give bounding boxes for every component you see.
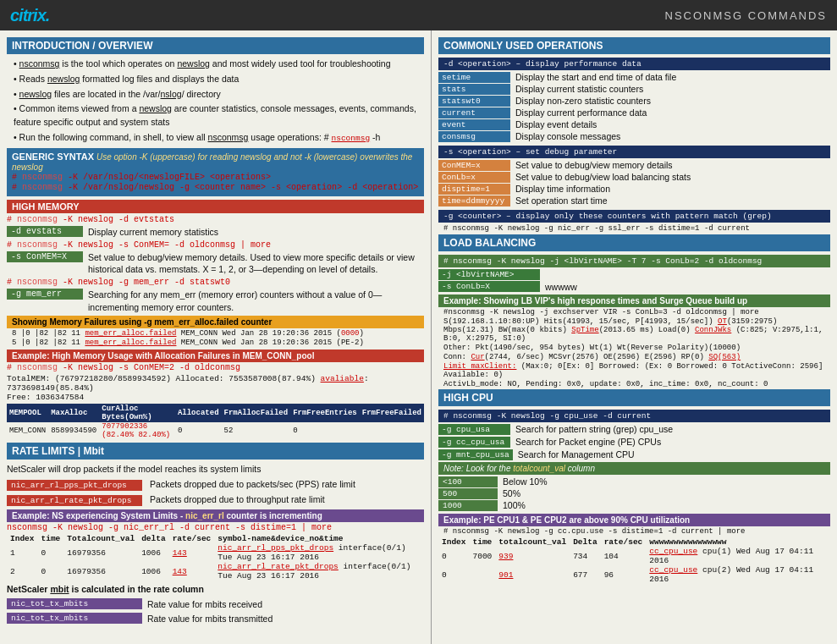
intro-bullet-3: • newslog files are located in the /var/… bbox=[14, 88, 424, 102]
cpu-th-total: totalcount_val bbox=[495, 537, 570, 547]
lb-op-s-desc: wwwww bbox=[545, 282, 830, 292]
lb-op-s: -s ConLb=X wwwww bbox=[438, 281, 830, 292]
mempool-col-frmfreefailed: FrmFreeFailed bbox=[360, 404, 424, 422]
rate-row1-total: 16979356 bbox=[63, 543, 138, 562]
rate-row1-index: 1 bbox=[7, 543, 38, 562]
cpu-row1-symbol: cc_cpu_use cpu(1) Wed Aug 17 04:11 2016 bbox=[646, 547, 830, 565]
op-disptime: disptime=1 Display time information bbox=[438, 184, 830, 195]
op-statswt0-label: statswt0 bbox=[438, 96, 510, 107]
citrix-logo: citrix. bbox=[10, 6, 49, 25]
op-event-desc: Display event details bbox=[515, 119, 830, 129]
hm-example2-cmd: # nsconmsg -K newslog -s ConMEM=2 -d old… bbox=[7, 363, 424, 372]
high-cpu-section: HIGH CPU # nsconmsg -K newslog -g cpu_us… bbox=[438, 389, 830, 584]
header: citrix. NSCONMSG COMMANDS bbox=[0, 0, 837, 30]
rate-row1-rate: 143 bbox=[169, 543, 215, 562]
cpu-op-2-desc: Search for Packet engine (PE) CPUs bbox=[515, 437, 830, 447]
rate-th-time: time bbox=[38, 534, 64, 543]
mempool-col-maxalloc: MaxAlloc bbox=[48, 404, 99, 422]
hm-op1-row: -d evstats Display current memory statis… bbox=[7, 226, 424, 239]
op-consmsg-desc: Display console messages bbox=[515, 131, 830, 141]
load-balancing-section: LOAD BALANCING # nsconmsg -K newslog -j … bbox=[438, 234, 830, 388]
hm-example2-header: Example: High Memory Usage with Allocati… bbox=[7, 350, 424, 362]
rate-row2-time: 0 bbox=[38, 562, 64, 581]
op-current-label: current bbox=[438, 107, 510, 118]
rate-limits-section: RATE LIMITS | Mbit NetScaler will drop p… bbox=[7, 443, 424, 625]
cpu-op-1-desc: Search for pattern string (grep) cpu_use bbox=[515, 424, 830, 434]
lb-op-s-label: -s ConLb=X bbox=[438, 281, 540, 292]
mempool-col-curalloc: CurAlloc Bytes(Own%) bbox=[99, 404, 175, 422]
mempool-conn-frmfreefailed bbox=[360, 422, 424, 439]
mempool-conn-name: MEM_CONN bbox=[7, 422, 48, 439]
hm-op1-label: -d evstats bbox=[7, 226, 83, 237]
cpu-table-header-row: Index time totalcount_val Delta rate/sec… bbox=[438, 537, 830, 547]
op-consmsg-label: consmsg bbox=[438, 131, 510, 142]
mempool-conn-curalloc: 7077902336 (82.40% 82.40%) bbox=[99, 422, 175, 439]
rate-row2-delta: 1006 bbox=[138, 562, 169, 581]
mempool-conn-allocated: 0 bbox=[175, 422, 222, 439]
cpu-thresh-1-label: <100 bbox=[438, 476, 498, 487]
rate-label-2: nic_arr_rl_rate_pkt_drops bbox=[7, 495, 142, 506]
intro-heading: INTRODUCTION / OVERVIEW bbox=[7, 37, 424, 54]
cpu-th-symbol: wwwwwwwwwwwwwwww bbox=[646, 537, 830, 547]
op-time-desc: Set operation start time bbox=[515, 195, 830, 206]
op-setime-label: setime bbox=[438, 72, 510, 83]
syntax-line-1: # nsconmsg -K /var/nslog/<newslogFILE> <… bbox=[12, 173, 419, 182]
lb-op-j: -j <lbVirtNAME> bbox=[438, 269, 830, 280]
cpu-th-rate: rate/sec bbox=[601, 537, 647, 547]
cpu-example-header: Example: PE CPU1 & PE CPU2 are above 90%… bbox=[438, 514, 830, 526]
rate-mbit-label-1: nic_tot_tx_mbits bbox=[7, 598, 142, 609]
cpu-row1-delta: 734 bbox=[570, 547, 601, 565]
lb-example-line5: ActivLb_mode: NO, Pending: 0x0, update: … bbox=[443, 380, 830, 388]
cpu-heading: HIGH CPU bbox=[438, 389, 830, 406]
rate-note: NetScaler mbit is calculated in the rate… bbox=[7, 583, 424, 597]
rate-row2-total: 16979356 bbox=[63, 562, 138, 581]
cpu-thresh-3-desc: 100% bbox=[503, 500, 830, 510]
cpu-op-3-desc: Search for Management CPU bbox=[518, 449, 830, 460]
op-time-label: time=ddmmyyyy bbox=[438, 195, 510, 206]
rate-mbit-desc-1: Rate value for mbits received bbox=[147, 598, 424, 611]
rate-table-header-row: Index time Totalcount_val delta rate/sec… bbox=[7, 534, 424, 543]
rate-example-header: Example: NS experiencing System Limits -… bbox=[7, 509, 424, 522]
grep-example: # nsconmsg -K newslog -g nic_err -g ssl_… bbox=[443, 224, 830, 233]
left-panel: INTRODUCTION / OVERVIEW • nsconmsg is th… bbox=[0, 30, 432, 644]
mempool-col-frmalloc: FrmAllocFailed bbox=[222, 404, 291, 422]
rate-th-delta: delta bbox=[138, 534, 169, 543]
op-setime: setime Display the start and end time of… bbox=[438, 72, 830, 83]
rate-desc-1: Packets dropped due to packets/sec (PPS)… bbox=[150, 479, 355, 489]
hm-op2-label: -s ConMEM=X bbox=[7, 251, 83, 262]
hm-cmd1: # nsconmsg -K newslog -d evtstats bbox=[7, 215, 424, 224]
hm-example1-line2: 5 |0 |82 |82 11 mem_err_alloc.failed MEM… bbox=[12, 339, 424, 347]
op-statswt0-desc: Display non-zero statistic counters bbox=[515, 96, 830, 106]
mempool-conn-maxalloc: 8589934590 bbox=[48, 422, 99, 439]
cpu-thresh-1-desc: Below 10% bbox=[503, 476, 830, 487]
cpu-thresh-2: 500 50% bbox=[438, 488, 830, 499]
lb-example-cmd: #nsconmsg -K newslog -j exchserver VIR -… bbox=[443, 308, 830, 316]
generic-syntax-title: GENERIC SYNTAX bbox=[12, 151, 94, 162]
lb-example-line4: Limit maxClient: (Max:0; 0[Ex: 0] Borrow… bbox=[443, 362, 830, 379]
rate-row-1: nic_arr_rl_pps_pkt_drops Packets dropped… bbox=[7, 478, 424, 492]
op-statswt0: statswt0 Display non-zero statistic coun… bbox=[438, 96, 830, 107]
cpu-thresh-3: 1000 100% bbox=[438, 500, 830, 511]
op-current: current Display current performance data bbox=[438, 107, 830, 118]
op-disptime-label: disptime=1 bbox=[438, 184, 510, 195]
lb-example-line1: S(192.168.1.10:80:UP) Hits(41993, 15/sec… bbox=[443, 317, 830, 343]
rate-row2-index: 2 bbox=[7, 562, 38, 581]
hm-example1-line1: 8 |0 |82 |82 11 mem_err_alloc.failed MEM… bbox=[12, 329, 424, 338]
cpu-table: Index time totalcount_val Delta rate/sec… bbox=[438, 537, 830, 584]
op-conmem-desc: Set value to debug/view memory details bbox=[515, 160, 830, 170]
cpu-row1-time: 7000 bbox=[470, 547, 496, 565]
rate-row1-symbol: nic_arr_rl_pps_pkt_drops interface(0/1) … bbox=[214, 543, 424, 562]
op-disptime-desc: Display time information bbox=[515, 184, 830, 194]
op-event: event Display event details bbox=[438, 119, 830, 130]
hm-op2-row: -s ConMEM=X Set value to debug/view memo… bbox=[7, 251, 424, 276]
high-memory-heading: HIGH MEMORY bbox=[7, 200, 424, 213]
hm-op2-desc: Set value to debug/view memory details. … bbox=[88, 251, 424, 276]
lb-example-header: Example: Showing LB VIP's high response … bbox=[438, 294, 830, 307]
cpu-op-1: -g cpu_usa Search for pattern string (gr… bbox=[438, 424, 830, 435]
mempool-col-frmfreeentries: FrmFreeEntries bbox=[290, 404, 360, 422]
op-stats-desc: Display current statistic counters bbox=[515, 84, 830, 94]
op-conmem-label: ConMEM=x bbox=[438, 160, 510, 171]
rate-label-1: nic_arr_rl_pps_pkt_drops bbox=[7, 480, 142, 491]
rate-mbit-desc-2: Rate value for mbits transmitted bbox=[147, 613, 424, 625]
op-setime-desc: Display the start and end time of data f… bbox=[515, 72, 830, 82]
